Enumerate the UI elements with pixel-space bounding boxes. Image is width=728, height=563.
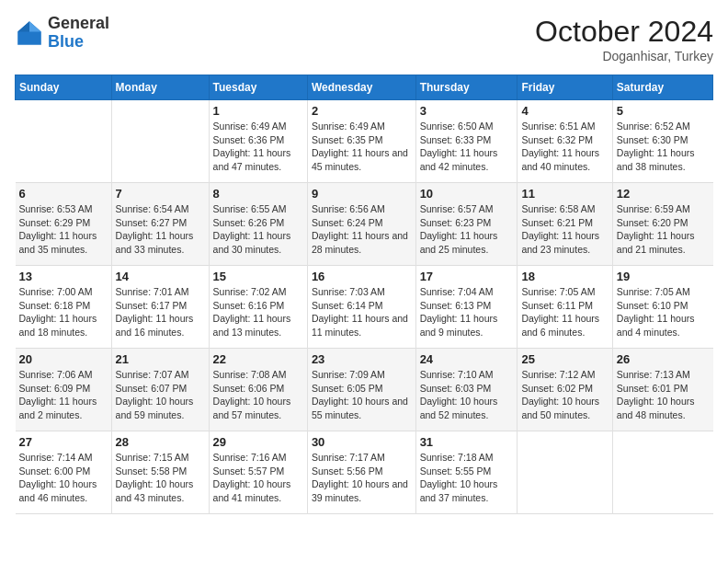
day-number: 21 <box>116 352 205 366</box>
day-number: 10 <box>420 187 514 201</box>
calendar-cell: 14 Sunrise: 7:01 AMSunset: 6:17 PMDaylig… <box>111 266 209 349</box>
calendar-cell: 25 Sunrise: 7:12 AMSunset: 6:02 PMDaylig… <box>518 349 612 431</box>
day-number: 19 <box>617 270 710 283</box>
svg-marker-1 <box>29 21 41 31</box>
calendar-cell: 9 Sunrise: 6:56 AMSunset: 6:24 PMDayligh… <box>307 183 415 266</box>
calendar-cell: 22 Sunrise: 7:08 AMSunset: 6:06 PMDaylig… <box>209 349 307 431</box>
svg-marker-2 <box>17 21 29 31</box>
weekday-header: Monday <box>111 75 209 100</box>
day-number: 7 <box>116 187 205 201</box>
day-number: 17 <box>420 270 514 283</box>
calendar-cell: 17 Sunrise: 7:04 AMSunset: 6:13 PMDaylig… <box>415 266 518 349</box>
day-info: Sunrise: 6:50 AMSunset: 6:33 PMDaylight:… <box>420 121 498 172</box>
calendar-cell: 3 Sunrise: 6:50 AMSunset: 6:33 PMDayligh… <box>415 100 518 183</box>
day-info: Sunrise: 7:07 AMSunset: 6:07 PMDaylight:… <box>116 369 194 420</box>
day-info: Sunrise: 7:15 AMSunset: 5:58 PMDaylight:… <box>116 452 194 503</box>
day-info: Sunrise: 7:13 AMSunset: 6:01 PMDaylight:… <box>617 369 695 420</box>
day-number: 11 <box>521 187 608 201</box>
day-info: Sunrise: 7:17 AMSunset: 5:56 PMDaylight:… <box>312 452 408 503</box>
day-number: 22 <box>213 352 303 366</box>
day-info: Sunrise: 6:53 AMSunset: 6:29 PMDaylight:… <box>19 203 97 255</box>
day-number: 18 <box>521 270 608 283</box>
calendar-header: SundayMondayTuesdayWednesdayThursdayFrid… <box>16 75 713 100</box>
logo-blue: Blue <box>48 33 109 52</box>
day-number: 20 <box>19 352 108 366</box>
day-number: 25 <box>521 352 608 366</box>
calendar-cell: 24 Sunrise: 7:10 AMSunset: 6:03 PMDaylig… <box>415 349 518 431</box>
day-info: Sunrise: 7:12 AMSunset: 6:02 PMDaylight:… <box>521 369 599 420</box>
calendar-week-row: 27 Sunrise: 7:14 AMSunset: 6:00 PMDaylig… <box>16 431 713 514</box>
title-block: October 2024 Doganhisar, Turkey <box>535 15 713 63</box>
day-number: 12 <box>617 187 710 201</box>
day-info: Sunrise: 7:08 AMSunset: 6:06 PMDaylight:… <box>213 369 291 420</box>
calendar-cell <box>612 431 712 514</box>
day-info: Sunrise: 6:58 AMSunset: 6:21 PMDaylight:… <box>521 203 599 255</box>
calendar-cell <box>518 431 612 514</box>
calendar-cell <box>111 100 209 183</box>
calendar-cell: 4 Sunrise: 6:51 AMSunset: 6:32 PMDayligh… <box>518 100 612 183</box>
calendar-cell: 6 Sunrise: 6:53 AMSunset: 6:29 PMDayligh… <box>16 183 112 266</box>
day-number: 14 <box>116 270 205 283</box>
day-info: Sunrise: 6:52 AMSunset: 6:30 PMDaylight:… <box>617 121 695 172</box>
calendar-cell: 29 Sunrise: 7:16 AMSunset: 5:57 PMDaylig… <box>209 431 307 514</box>
calendar-cell: 20 Sunrise: 7:06 AMSunset: 6:09 PMDaylig… <box>16 349 112 431</box>
location-subtitle: Doganhisar, Turkey <box>535 49 713 63</box>
day-info: Sunrise: 7:18 AMSunset: 5:55 PMDaylight:… <box>420 452 498 503</box>
calendar-week-row: 20 Sunrise: 7:06 AMSunset: 6:09 PMDaylig… <box>16 349 713 431</box>
day-number: 3 <box>420 104 514 118</box>
calendar-cell: 19 Sunrise: 7:05 AMSunset: 6:10 PMDaylig… <box>612 266 712 349</box>
day-number: 8 <box>213 187 303 201</box>
calendar-cell: 23 Sunrise: 7:09 AMSunset: 6:05 PMDaylig… <box>307 349 415 431</box>
day-number: 27 <box>19 435 108 449</box>
calendar-cell: 15 Sunrise: 7:02 AMSunset: 6:16 PMDaylig… <box>209 266 307 349</box>
day-number: 13 <box>19 270 108 283</box>
day-number: 6 <box>19 187 108 201</box>
logo-general: General <box>48 15 109 33</box>
day-info: Sunrise: 7:05 AMSunset: 6:10 PMDaylight:… <box>617 286 695 338</box>
day-info: Sunrise: 7:00 AMSunset: 6:18 PMDaylight:… <box>19 286 97 338</box>
day-number: 28 <box>116 435 205 449</box>
day-number: 24 <box>420 352 514 366</box>
day-info: Sunrise: 6:57 AMSunset: 6:23 PMDaylight:… <box>420 203 498 255</box>
calendar-cell: 10 Sunrise: 6:57 AMSunset: 6:23 PMDaylig… <box>415 183 518 266</box>
day-number: 9 <box>312 187 412 201</box>
calendar-cell: 21 Sunrise: 7:07 AMSunset: 6:07 PMDaylig… <box>111 349 209 431</box>
day-info: Sunrise: 7:01 AMSunset: 6:17 PMDaylight:… <box>116 286 194 338</box>
day-number: 26 <box>617 352 710 366</box>
day-info: Sunrise: 7:06 AMSunset: 6:09 PMDaylight:… <box>19 369 97 420</box>
calendar-cell: 11 Sunrise: 6:58 AMSunset: 6:21 PMDaylig… <box>518 183 612 266</box>
day-info: Sunrise: 6:54 AMSunset: 6:27 PMDaylight:… <box>116 203 194 255</box>
day-number: 2 <box>312 104 412 118</box>
day-info: Sunrise: 7:09 AMSunset: 6:05 PMDaylight:… <box>312 369 408 420</box>
day-number: 4 <box>521 104 608 118</box>
calendar-cell <box>16 100 112 183</box>
day-number: 5 <box>617 104 710 118</box>
calendar-week-row: 13 Sunrise: 7:00 AMSunset: 6:18 PMDaylig… <box>16 266 713 349</box>
day-number: 23 <box>312 352 412 366</box>
calendar-cell: 7 Sunrise: 6:54 AMSunset: 6:27 PMDayligh… <box>111 183 209 266</box>
calendar-week-row: 1 Sunrise: 6:49 AMSunset: 6:36 PMDayligh… <box>16 100 713 183</box>
day-number: 30 <box>312 435 412 449</box>
day-info: Sunrise: 6:55 AMSunset: 6:26 PMDaylight:… <box>213 203 291 255</box>
calendar-cell: 18 Sunrise: 7:05 AMSunset: 6:11 PMDaylig… <box>518 266 612 349</box>
page-header: General Blue October 2024 Doganhisar, Tu… <box>15 15 713 63</box>
calendar-cell: 12 Sunrise: 6:59 AMSunset: 6:20 PMDaylig… <box>612 183 712 266</box>
day-info: Sunrise: 6:59 AMSunset: 6:20 PMDaylight:… <box>617 203 695 255</box>
logo-icon <box>15 18 44 48</box>
weekday-row: SundayMondayTuesdayWednesdayThursdayFrid… <box>16 75 713 100</box>
day-number: 15 <box>213 270 303 283</box>
day-info: Sunrise: 6:49 AMSunset: 6:35 PMDaylight:… <box>312 121 408 172</box>
calendar-cell: 1 Sunrise: 6:49 AMSunset: 6:36 PMDayligh… <box>209 100 307 183</box>
calendar-cell: 30 Sunrise: 7:17 AMSunset: 5:56 PMDaylig… <box>307 431 415 514</box>
day-number: 16 <box>312 270 412 283</box>
day-info: Sunrise: 7:10 AMSunset: 6:03 PMDaylight:… <box>420 369 498 420</box>
calendar-cell: 16 Sunrise: 7:03 AMSunset: 6:14 PMDaylig… <box>307 266 415 349</box>
day-info: Sunrise: 6:56 AMSunset: 6:24 PMDaylight:… <box>312 203 408 255</box>
logo: General Blue <box>15 15 109 52</box>
day-info: Sunrise: 7:03 AMSunset: 6:14 PMDaylight:… <box>312 286 408 338</box>
day-info: Sunrise: 6:49 AMSunset: 6:36 PMDaylight:… <box>213 121 291 172</box>
weekday-header: Thursday <box>415 75 518 100</box>
calendar-cell: 2 Sunrise: 6:49 AMSunset: 6:35 PMDayligh… <box>307 100 415 183</box>
calendar-cell: 26 Sunrise: 7:13 AMSunset: 6:01 PMDaylig… <box>612 349 712 431</box>
weekday-header: Wednesday <box>307 75 415 100</box>
